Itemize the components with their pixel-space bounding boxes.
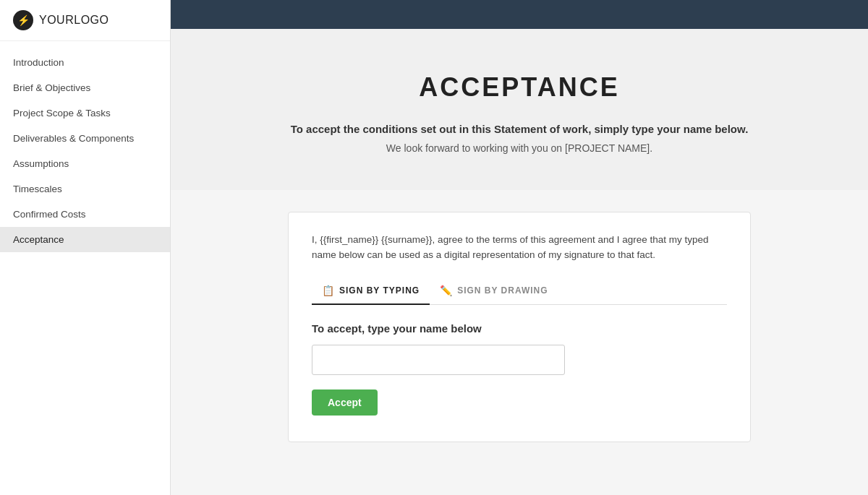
sign-typing-content: To accept, type your name below Accept <box>312 322 727 416</box>
sidebar: ⚡ YOURLOGO IntroductionBrief & Objective… <box>0 0 171 495</box>
hero-subtitle: To accept the conditions set out in this… <box>185 123 854 135</box>
acceptance-card: I, {{first_name}} {{surname}}, agree to … <box>288 212 751 442</box>
nav-menu: IntroductionBrief & ObjectivesProject Sc… <box>0 41 170 495</box>
tab-drawing-label: SIGN BY DRAWING <box>457 285 548 296</box>
sidebar-item-introduction[interactable]: Introduction <box>0 50 170 75</box>
logo-light: LOGO <box>74 14 109 26</box>
top-bar <box>171 0 868 29</box>
logo-icon: ⚡ <box>13 10 33 30</box>
main-content: ACCEPTANCE To accept the conditions set … <box>171 0 868 495</box>
tab-sign-by-drawing[interactable]: ✏️ SIGN BY DRAWING <box>430 279 558 305</box>
lightning-icon: ⚡ <box>17 14 30 26</box>
sidebar-item-acceptance[interactable]: Acceptance <box>0 227 170 252</box>
sidebar-item-deliverables-components[interactable]: Deliverables & Components <box>0 126 170 151</box>
sidebar-item-assumptions[interactable]: Assumptions <box>0 151 170 176</box>
typing-icon: 📋 <box>322 285 335 296</box>
sidebar-item-timescales[interactable]: Timescales <box>0 176 170 202</box>
sign-tabs: 📋 SIGN BY TYPING ✏️ SIGN BY DRAWING <box>312 279 727 305</box>
sidebar-item-project-scope-tasks[interactable]: Project Scope & Tasks <box>0 100 170 126</box>
logo-text: YOURLOGO <box>39 14 109 27</box>
type-label: To accept, type your name below <box>312 322 727 335</box>
form-section: I, {{first_name}} {{surname}}, agree to … <box>171 190 868 495</box>
hero-title: ACCEPTANCE <box>185 72 854 103</box>
tab-sign-by-typing[interactable]: 📋 SIGN BY TYPING <box>312 279 430 305</box>
sidebar-item-confirmed-costs[interactable]: Confirmed Costs <box>0 202 170 227</box>
name-input[interactable] <box>312 345 565 375</box>
hero-message: We look forward to working with you on [… <box>185 142 854 154</box>
hero-subtitle-bold: To accept the conditions set out in this… <box>291 123 749 135</box>
agreement-text: I, {{first_name}} {{surname}}, agree to … <box>312 233 727 263</box>
hero-section: ACCEPTANCE To accept the conditions set … <box>171 29 868 190</box>
sidebar-item-brief-objectives[interactable]: Brief & Objectives <box>0 75 170 100</box>
sidebar-logo: ⚡ YOURLOGO <box>0 0 170 41</box>
logo-bold: YOUR <box>39 14 74 26</box>
tab-typing-label: SIGN BY TYPING <box>339 285 420 296</box>
drawing-icon: ✏️ <box>440 285 453 296</box>
accept-button[interactable]: Accept <box>312 389 378 416</box>
